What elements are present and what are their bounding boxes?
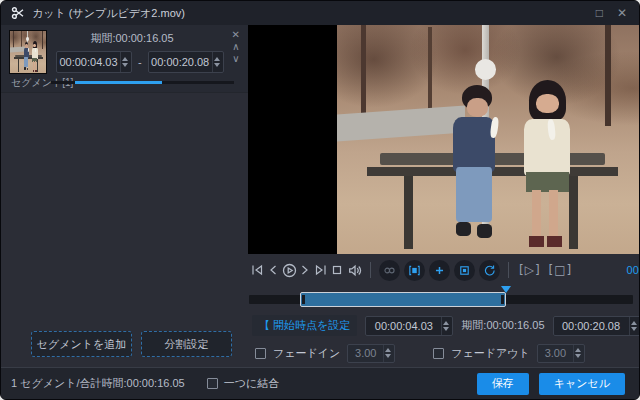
fade-out-input[interactable]: 3.00 [537, 344, 585, 363]
segment-list-panel: 期間:00:00:16.05 00:00:04.03 - 00:00:20.08 [1, 25, 248, 367]
title-bar: カット (サンプルビデオ2.mov) □ ✕ [1, 1, 639, 25]
volume-icon[interactable] [345, 261, 364, 279]
trim-end-input[interactable]: 00:00:20.08 [553, 316, 640, 336]
photo-boy-face [467, 98, 488, 116]
preview-segment-stop-button[interactable]: [□] [549, 263, 573, 277]
skip-to-start-button[interactable] [249, 261, 265, 279]
segment-move-up-icon[interactable]: ∧ [232, 41, 239, 52]
segment-start-input[interactable]: 00:00:04.03 [56, 51, 132, 73]
segment-card[interactable]: 期間:00:00:16.05 00:00:04.03 - 00:00:20.08 [1, 25, 248, 93]
photo-sign [475, 59, 496, 80]
spin-up-icon[interactable] [385, 348, 391, 352]
trim-settings-row: 【 開始時点を設定 00:00:04.03 期間:00:00:16.05 00:… [248, 312, 640, 339]
segment-start-value: 00:00:04.03 [57, 56, 120, 68]
spin-up-icon[interactable] [443, 321, 449, 325]
video-preview-area [248, 25, 640, 254]
add-segment-button[interactable]: セグメントを追加 [31, 331, 132, 357]
spin-down-icon[interactable] [631, 327, 637, 331]
photo-boy-jeans [456, 167, 493, 222]
timeline-track[interactable] [249, 295, 633, 304]
photo-road [10, 46, 25, 52]
skip-to-end-button[interactable] [313, 261, 329, 279]
spin-down-icon[interactable] [575, 354, 581, 358]
spin-up-icon[interactable] [214, 57, 220, 61]
segment-thumbnail[interactable] [9, 30, 47, 74]
link-segments-button[interactable] [379, 260, 400, 281]
fade-in-value: 3.00 [348, 347, 383, 359]
trim-duration-label: 期間:00:00:16.05 [461, 318, 544, 333]
photo-girl-shoe [35, 70, 37, 72]
segment-move-down-icon[interactable]: ∨ [232, 53, 239, 64]
segment-end-value: 00:00:20.08 [149, 56, 212, 68]
segment-duration-label: 期間:00:00:16.05 [56, 31, 208, 46]
photo-boy-jeans [24, 57, 28, 67]
step-back-button[interactable] [265, 261, 281, 279]
spin-up-icon[interactable] [631, 321, 637, 325]
segment-remove-icon[interactable]: ✕ [232, 29, 240, 40]
reset-button[interactable] [479, 260, 500, 281]
photo-girl-leg [549, 190, 558, 240]
step-forward-button[interactable] [297, 261, 313, 279]
fade-out-spinner[interactable] [573, 345, 584, 362]
segment-start-spinner[interactable] [120, 52, 131, 72]
maximize-button[interactable]: □ [596, 6, 603, 20]
fade-in-checkbox[interactable] [255, 348, 266, 359]
photo-bench-leg [37, 59, 38, 72]
photo-tree-trunk [42, 31, 43, 49]
segment-end-input[interactable]: 00:00:20.08 [148, 51, 224, 73]
cut-dialog-window: カット (サンプルビデオ2.mov) □ ✕ [0, 0, 640, 400]
playback-time: 00:00:20.08/00:00:30.01 [627, 264, 640, 276]
scissors-icon [11, 6, 25, 20]
spin-down-icon[interactable] [214, 63, 220, 67]
selection-start-handle[interactable] [302, 295, 305, 304]
divider [508, 262, 509, 278]
spin-up-icon[interactable] [122, 57, 128, 61]
cancel-button[interactable]: キャンセル [539, 373, 625, 395]
photo-bench-leg [404, 176, 413, 249]
spin-down-icon[interactable] [385, 354, 391, 358]
fade-out-checkbox[interactable] [433, 348, 444, 359]
stop-button[interactable] [329, 261, 345, 279]
timeline-row [248, 286, 640, 312]
trim-start-input[interactable]: 00:00:04.03 [365, 316, 453, 336]
fade-out-label: フェードアウト [451, 346, 530, 361]
spin-down-icon[interactable] [122, 63, 128, 67]
trim-start-spinner[interactable] [441, 317, 452, 335]
timeline-selection[interactable] [300, 292, 506, 307]
photo-tree-trunk [605, 25, 611, 126]
mark-region-button[interactable] [404, 260, 425, 281]
fade-in-label: フェードイン [273, 346, 340, 361]
segment-end-spinner[interactable] [212, 52, 223, 72]
photo-tree-trunk [428, 27, 432, 109]
spin-up-icon[interactable] [575, 348, 581, 352]
footer-bar: 1 セグメント/合計時間:00:00:16.05 一つに結合 保存 キャンセル [1, 367, 639, 399]
photo-tree-trunk [361, 25, 366, 117]
set-start-point-button[interactable]: 【 開始時点を設定 [252, 315, 357, 336]
split-settings-button[interactable]: 分割設定 [141, 331, 232, 357]
trim-start-value: 00:00:04.03 [366, 320, 441, 332]
crop-button[interactable] [454, 260, 475, 281]
preview-column: [▷] [□] 00:00:20.08/00:00:30.01 【 開 [248, 25, 640, 367]
photo-boy-shoe [24, 67, 26, 70]
video-frame[interactable] [337, 25, 640, 254]
photo-boy-shoe [477, 224, 492, 238]
photo-girl-leg [532, 190, 541, 240]
fade-in-spinner[interactable] [383, 345, 394, 362]
spin-down-icon[interactable] [443, 327, 449, 331]
photo-girl-shoe [547, 236, 562, 247]
photo-scene [337, 25, 640, 254]
save-button[interactable]: 保存 [477, 373, 529, 395]
fade-options-row: フェードイン 3.00 フェードアウト 3.00 [248, 339, 640, 367]
play-button[interactable] [281, 261, 297, 279]
fade-in-input[interactable]: 3.00 [347, 344, 395, 363]
merge-into-one-checkbox[interactable] [207, 378, 218, 389]
selection-end-handle[interactable] [501, 295, 504, 304]
trim-end-spinner[interactable] [629, 317, 640, 335]
playhead-marker[interactable] [501, 286, 511, 293]
photo-girl-face [536, 94, 559, 113]
preview-segment-play-button[interactable]: [▷] [519, 263, 541, 277]
add-button[interactable] [429, 260, 450, 281]
photo-scene [10, 31, 46, 73]
close-button[interactable]: ✕ [617, 6, 627, 20]
trim-end-value: 00:00:20.08 [554, 320, 629, 332]
